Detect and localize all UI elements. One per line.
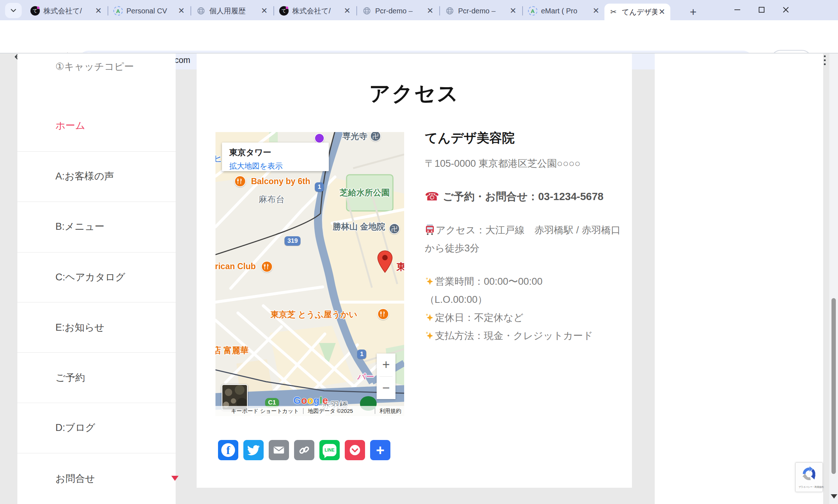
- sidebar: ①キャッチコピーホームA:お客様の声B:メニューC:ヘアカタログE:お知らせご予…: [17, 54, 176, 504]
- tab[interactable]: Pcr-demo –✕: [358, 4, 439, 18]
- tab-separator: [356, 6, 357, 16]
- map-info-window: 東京タワー 拡大地図を表示: [222, 143, 329, 171]
- tab-close-icon[interactable]: ✕: [260, 6, 269, 16]
- tab-title: てんデザ美容: [622, 7, 657, 17]
- maximize-icon: [758, 6, 766, 14]
- view-larger-map-link[interactable]: 拡大地図を表示: [229, 161, 322, 171]
- recaptcha-icon: [801, 465, 817, 482]
- tab[interactable]: APersonal CV✕: [109, 4, 190, 18]
- map-label: 店 富麗華: [215, 345, 248, 356]
- restaurant-icon: [261, 261, 273, 272]
- tab-close-icon[interactable]: ✕: [508, 6, 518, 16]
- page-title: アクセス: [197, 80, 632, 107]
- train-icon: [425, 225, 435, 236]
- sparkle-icon: [425, 328, 434, 346]
- tab-separator: [439, 6, 440, 16]
- recaptcha-badge[interactable]: プライバシー・利用規約: [795, 462, 823, 492]
- map-label: 勝林山 金地院: [333, 221, 385, 232]
- window-close-button[interactable]: [777, 1, 795, 18]
- google-logo-letter: e: [323, 395, 328, 406]
- sidebar-item[interactable]: D:ブログ: [55, 419, 164, 437]
- map-canvas: [215, 132, 404, 416]
- map-marker[interactable]: [377, 250, 393, 273]
- map-data-attribution: 地図データ ©2025: [308, 408, 353, 415]
- google-map[interactable]: ヒ専光寺Balcony by 6th麻布台芝給水所公園勝林山 金地院rican …: [215, 132, 404, 416]
- shop-info: てんデザ美容院 〒105-0000 東京都港区芝公園○○○○ ☎ ご予約・お問合…: [425, 126, 622, 357]
- tab-close-icon[interactable]: ✕: [657, 7, 667, 17]
- tab-separator: [522, 6, 523, 16]
- route-shield: 1: [357, 350, 366, 359]
- tab[interactable]: AeMart ( Pro✕: [524, 4, 604, 18]
- map-terms-link[interactable]: 利用規約: [380, 408, 401, 415]
- sidebar-divider: [17, 403, 176, 403]
- map-zoom-in-button[interactable]: +: [377, 353, 395, 376]
- access-text: アクセス：大江戸線 赤羽橋駅 / 赤羽橋口から徒歩3分: [425, 225, 621, 254]
- sparkle-icon: [425, 274, 434, 292]
- google-logo[interactable]: Google: [293, 395, 328, 406]
- twitter-icon: [247, 444, 260, 457]
- scrollbar-thumb[interactable]: [831, 298, 836, 474]
- sidebar-item[interactable]: ホーム: [55, 117, 164, 135]
- tab-close-icon[interactable]: ✕: [94, 6, 103, 16]
- holiday-text: 定休日：不定休など: [435, 312, 523, 323]
- sidebar-item[interactable]: ご予約: [55, 369, 164, 387]
- share-button-share-plus[interactable]: +: [370, 440, 390, 460]
- scroll-down-arrow[interactable]: [831, 494, 837, 499]
- tab-close-icon[interactable]: ✕: [591, 6, 601, 16]
- map-label: ヒ: [215, 153, 222, 164]
- tab-close-icon[interactable]: ✕: [426, 6, 435, 16]
- sidebar-item[interactable]: E:お知らせ: [55, 318, 164, 336]
- map-label: パー: [357, 371, 374, 382]
- tab-close-icon[interactable]: ✕: [177, 6, 186, 16]
- sidebar-divider: [17, 302, 176, 302]
- window-maximize-button[interactable]: [753, 1, 770, 18]
- map-attribution-bar: キーボード ショートカット 地図データ ©2025 利用規約: [215, 406, 404, 416]
- map-label: 専光寺: [343, 132, 368, 142]
- share-button-twitter[interactable]: [243, 440, 264, 460]
- sidebar-item[interactable]: A:お客様の声: [55, 167, 164, 185]
- tab[interactable]: 個人用履歴✕: [192, 4, 273, 18]
- pocket-icon: [348, 443, 362, 457]
- email-icon: [272, 443, 286, 457]
- sidebar-item[interactable]: C:ヘアカタログ: [55, 268, 164, 286]
- tab-active[interactable]: ✂てんデザ美容✕: [604, 4, 670, 20]
- map-keyboard-shortcuts-link[interactable]: キーボード ショートカット: [231, 408, 299, 415]
- page-scrollbar[interactable]: [829, 54, 838, 504]
- tab-close-icon[interactable]: ✕: [343, 6, 352, 16]
- tab[interactable]: Pcr-demo –✕: [441, 4, 521, 18]
- phone-line: ☎ ご予約・お問合せ：03-1234-5678: [425, 187, 622, 206]
- shop-name: てんデザ美容院: [425, 130, 515, 147]
- holiday-line: 定休日：不定休など: [425, 309, 622, 327]
- tab-strip-tabs: て株式会社て/✕APersonal CV✕個人用履歴✕て株式会社て/✕Pcr-d…: [26, 4, 670, 20]
- info-window-title: 東京タワー: [229, 147, 322, 158]
- new-tab-button[interactable]: +: [686, 4, 701, 20]
- tab[interactable]: て株式会社て/✕: [275, 4, 356, 18]
- tab-title: 株式会社て/: [43, 6, 94, 16]
- sidebar-item[interactable]: ①キャッチコピー: [55, 58, 164, 76]
- sidebar-divider: [17, 352, 176, 353]
- map-label: rican Club: [215, 262, 256, 271]
- share-button-pocket[interactable]: [345, 440, 365, 460]
- map-label: 東京芝 とうふ屋うかい: [271, 309, 357, 320]
- sidebar-item[interactable]: お問合せ: [55, 470, 164, 488]
- tab[interactable]: て株式会社て/✕: [26, 4, 107, 18]
- map-zoom-out-button[interactable]: −: [377, 377, 395, 399]
- recaptcha-terms-text[interactable]: プライバシー・利用規約: [799, 486, 820, 489]
- tab-search-button[interactable]: [5, 3, 22, 18]
- right-panel: [655, 54, 823, 504]
- sidebar-item[interactable]: B:メニュー: [55, 217, 164, 236]
- share-button-email[interactable]: [269, 440, 289, 460]
- tendeza-favicon: て: [279, 6, 289, 16]
- window-minimize-button[interactable]: [729, 1, 746, 18]
- shrine-icon: [314, 133, 324, 143]
- share-button-copy-link[interactable]: [294, 440, 314, 460]
- map-label: Balcony by 6th: [251, 177, 310, 186]
- map-label: 麻布台: [259, 194, 285, 205]
- tab-title: Pcr-demo –: [458, 7, 508, 15]
- share-buttons: fLINE+: [218, 440, 390, 460]
- restaurant-icon: [377, 308, 389, 320]
- letter-a-favicon: A: [113, 6, 123, 16]
- map-label: 東: [397, 261, 404, 273]
- share-button-facebook[interactable]: f: [218, 440, 238, 460]
- share-button-line[interactable]: LINE: [319, 440, 340, 460]
